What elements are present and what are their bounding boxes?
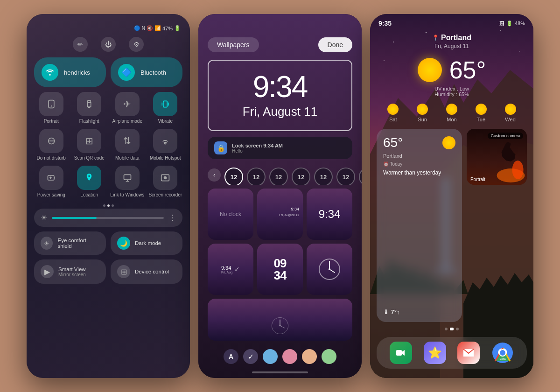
flashlight-tile[interactable]: Flashlight: [72, 92, 107, 124]
forecast-wed: Wed: [505, 104, 516, 122]
no-clock-inner: No clock: [208, 189, 253, 240]
swatch-peach[interactable]: [302, 349, 317, 364]
brightness-more-button[interactable]: ⋮: [168, 213, 176, 222]
clock-style-12-5[interactable]: 12: [314, 168, 333, 185]
powersaving-icon: [39, 166, 63, 190]
dot1: [103, 204, 105, 207]
widget-location: Portland: [383, 153, 455, 159]
clock-style-12-4[interactable]: 12: [292, 168, 310, 185]
mobiledata-label: Mobile data: [115, 155, 140, 161]
portrait-mode-label: Portrait: [470, 177, 485, 182]
dnd-tile[interactable]: ⊖ Do not disturb: [34, 129, 69, 161]
wifi-icon: [42, 64, 58, 81]
clock-thumb-digital-bold[interactable]: 09 34: [257, 244, 303, 295]
hotspot-label: Mobile Hotspot: [150, 155, 181, 161]
battery-text: 47%: [162, 26, 173, 31]
clock-style-12-3[interactable]: 12: [269, 168, 288, 185]
page-indicator: [34, 204, 182, 207]
swatch-pink[interactable]: [282, 349, 297, 364]
notif-text: Lock screen 9:34 AM Hello: [232, 143, 346, 154]
clock-style-scroll[interactable]: ‹ 12 12 12 12 12 12 12: [198, 165, 362, 185]
dark-mode-toggle[interactable]: 🌙 Dark mode: [111, 231, 182, 255]
airplane-icon: ✈: [115, 92, 140, 116]
widget-change: 🌡 7°↑: [383, 308, 455, 315]
camera-overlay: Custom camera: [467, 129, 527, 185]
edit-button[interactable]: ✏: [73, 37, 88, 52]
clock-thumb-analog[interactable]: [307, 244, 352, 295]
clock-preview-area: 9:34 Fri, August 11: [208, 60, 352, 131]
vibrate-icon: [153, 92, 177, 116]
wallpapers-button[interactable]: Wallpapers: [208, 37, 259, 52]
portrait-tile[interactable]: Portrait: [34, 92, 69, 124]
chrome-icon[interactable]: Beta: [491, 342, 514, 364]
current-weather: 65°: [370, 52, 533, 84]
uv-index: UV index : Low: [378, 86, 525, 91]
clock-nav-back[interactable]: ‹: [208, 168, 221, 182]
airplane-tile[interactable]: ✈ Airplane mode: [110, 92, 145, 124]
camera-thumbnail[interactable]: Custom camera Portrait: [467, 129, 527, 185]
swatch-letter[interactable]: A: [224, 349, 238, 364]
device-control-tile[interactable]: ⊞ Device control: [111, 259, 182, 284]
clock-picker-header: Wallpapers Done: [198, 14, 362, 60]
dot2: [107, 204, 110, 207]
clock-style-12-2[interactable]: 12: [247, 168, 266, 185]
clock-thumb-digital-big[interactable]: 9:34: [307, 189, 352, 240]
google-meet-icon[interactable]: [390, 342, 412, 364]
airplane-label: Airplane mode: [112, 119, 142, 124]
powersaving-tile[interactable]: Power saving: [34, 166, 69, 198]
settings-button[interactable]: ⚙: [129, 37, 144, 52]
swatch-green[interactable]: [322, 349, 336, 364]
clock-style-12-6[interactable]: 12: [336, 168, 355, 185]
gmail-icon[interactable]: [457, 342, 480, 364]
qs-top-tiles: hendricks 🔷 Bluetooth: [34, 57, 182, 87]
location-tile[interactable]: Location: [72, 166, 107, 198]
preview-date: Fri, August 11: [216, 105, 344, 119]
mon-label: Mon: [447, 117, 456, 122]
weather-widget[interactable]: 65° Portland ⏰ Today Warmer than yesterd…: [377, 129, 462, 322]
vibrate-label: Vibrate: [158, 119, 173, 124]
svg-point-7: [164, 177, 167, 179]
starred-app-icon[interactable]: ⭐: [424, 342, 446, 364]
device-control-icon: ⊞: [117, 265, 130, 278]
vibrate-tile[interactable]: Vibrate: [148, 92, 183, 124]
swatch-check[interactable]: ✓: [243, 349, 258, 364]
eye-comfort-toggle[interactable]: ☀ Eye comfort shield: [34, 231, 106, 255]
bluetooth-tile[interactable]: 🔷 Bluetooth: [111, 57, 182, 87]
widget-today: ⏰ Today: [383, 161, 455, 167]
smart-view-tile[interactable]: ▶ Smart View Mirror screen: [34, 259, 106, 284]
link2win-tile[interactable]: Link to Windows: [110, 166, 145, 198]
clock-thumb-analog-thin[interactable]: [208, 299, 352, 341]
dark-mode-label: Dark mode: [135, 240, 161, 246]
swatch-blue[interactable]: [263, 349, 278, 364]
svg-text:Beta: Beta: [499, 357, 506, 360]
scanqr-tile[interactable]: ⊞ Scan QR code: [72, 129, 107, 161]
dnd-icon: ⊖: [39, 129, 63, 153]
hotspot-tile[interactable]: Mobile Hotspot: [148, 129, 183, 161]
screenrec-tile[interactable]: Screen recorder: [148, 166, 183, 198]
clock-style-12-7[interactable]: 12: [359, 168, 362, 185]
done-button[interactable]: Done: [318, 37, 352, 52]
forecast-tue: Tue: [476, 104, 487, 122]
svg-point-11: [329, 268, 330, 270]
svg-rect-0: [49, 100, 54, 108]
power-button[interactable]: ⏻: [101, 37, 116, 52]
widget-temp: 65°: [383, 135, 403, 150]
smart-view-icon: ▶: [41, 265, 54, 278]
clock-thumb-digital-check[interactable]: 9:34 Fri, Aug ✓: [208, 244, 253, 295]
clock-thumb-no-clock[interactable]: No clock: [208, 189, 253, 240]
wifi-tile[interactable]: hendricks: [34, 57, 106, 87]
mobiledata-tile[interactable]: ⇅ Mobile data: [110, 129, 145, 161]
bluetooth-status-icon: 🔵: [134, 25, 140, 31]
location-row: 📍 Portland: [378, 34, 525, 42]
digital-big-inner: 9:34: [307, 189, 352, 240]
powersaving-label: Power saving: [37, 192, 65, 198]
mon-sun-icon: [446, 104, 457, 115]
eye-comfort-icon: ☀: [41, 237, 53, 250]
location-label: Location: [80, 192, 98, 198]
forecast-row: Sat Sun Mon Tue Wed: [370, 99, 533, 125]
brightness-track[interactable]: [52, 217, 164, 219]
camera-widget: Custom camera Portrait: [467, 129, 527, 322]
clock-style-12-1[interactable]: 12: [224, 168, 243, 185]
bluetooth-label: Bluetooth: [140, 69, 166, 76]
clock-thumb-digital-right[interactable]: 9:34Fri, August 11: [257, 189, 303, 240]
